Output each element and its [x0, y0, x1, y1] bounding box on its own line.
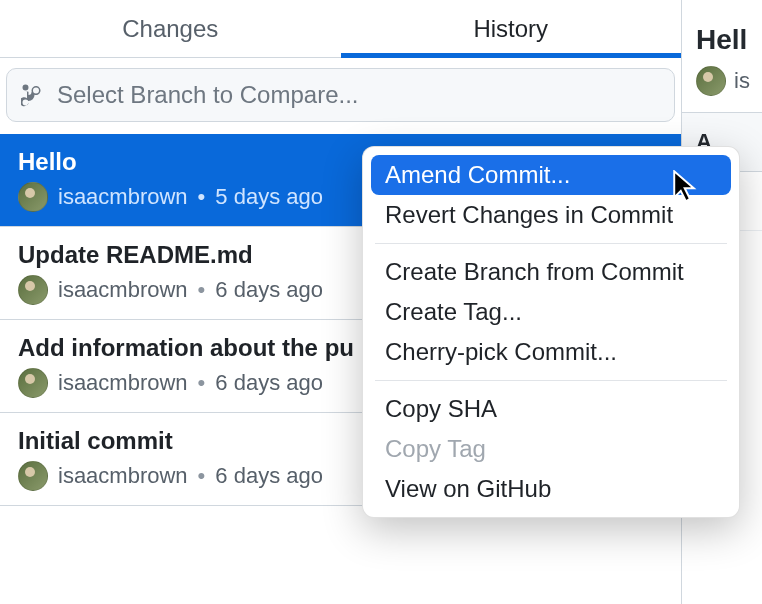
commit-details-title: Hell — [682, 0, 762, 66]
commit-author: isaacmbrown — [58, 463, 188, 489]
avatar — [18, 275, 48, 305]
meta-separator: • — [198, 463, 206, 489]
avatar — [18, 182, 48, 212]
branch-compare-select[interactable]: Select Branch to Compare... — [6, 68, 675, 122]
meta-separator: • — [198, 184, 206, 210]
avatar — [18, 368, 48, 398]
branch-compare-placeholder: Select Branch to Compare... — [57, 81, 358, 109]
menu-separator — [375, 243, 727, 244]
menu-item-create-tag[interactable]: Create Tag... — [371, 292, 731, 332]
commit-context-menu: Amend Commit... Revert Changes in Commit… — [362, 146, 740, 518]
menu-item-view-on-github[interactable]: View on GitHub — [371, 469, 731, 509]
menu-item-create-branch[interactable]: Create Branch from Commit — [371, 252, 731, 292]
commit-time: 6 days ago — [215, 370, 323, 396]
menu-item-copy-sha[interactable]: Copy SHA — [371, 389, 731, 429]
git-branch-icon — [21, 83, 45, 107]
commit-author: isaacmbrown — [58, 184, 188, 210]
commit-time: 6 days ago — [215, 463, 323, 489]
commit-tabs: Changes History — [0, 0, 681, 58]
menu-item-copy-tag: Copy Tag — [371, 429, 731, 469]
menu-item-cherry-pick[interactable]: Cherry-pick Commit... — [371, 332, 731, 372]
tab-history[interactable]: History — [341, 0, 682, 57]
avatar — [18, 461, 48, 491]
commit-time: 6 days ago — [215, 277, 323, 303]
commit-author: isaacmbrown — [58, 277, 188, 303]
meta-separator: • — [198, 277, 206, 303]
meta-separator: • — [198, 370, 206, 396]
avatar — [696, 66, 726, 96]
commit-author: isaacmbrown — [58, 370, 188, 396]
commit-details-author: is — [734, 68, 750, 94]
tab-changes[interactable]: Changes — [0, 0, 341, 57]
menu-separator — [375, 380, 727, 381]
commit-time: 5 days ago — [215, 184, 323, 210]
menu-item-revert-changes[interactable]: Revert Changes in Commit — [371, 195, 731, 235]
menu-item-amend-commit[interactable]: Amend Commit... — [371, 155, 731, 195]
